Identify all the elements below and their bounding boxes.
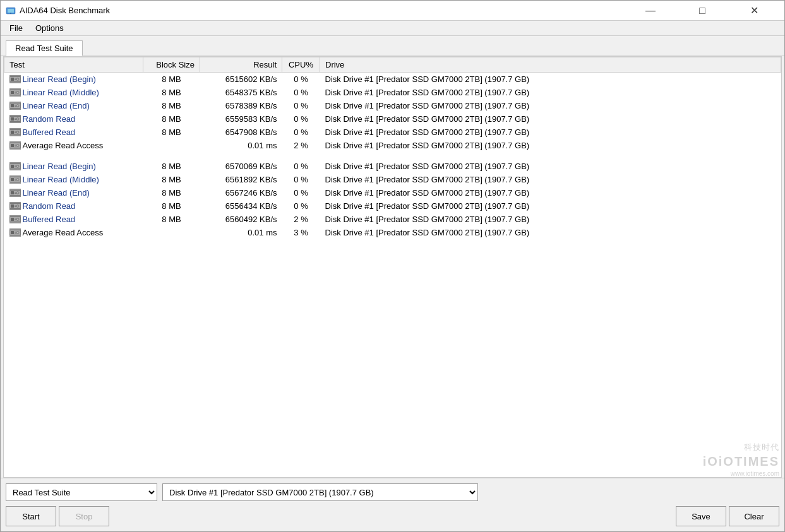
- svg-rect-26: [15, 105, 16, 106]
- cell-drive: Disk Drive #1 [Predator SSD GM7000 2TB] …: [320, 139, 781, 152]
- cell-cpu: 0 %: [282, 99, 320, 112]
- test-name-label: Average Read Access: [23, 228, 104, 237]
- minimize-button[interactable]: —: [625, 1, 676, 20]
- cell-drive: Disk Drive #1 [Predator SSD GM7000 2TB] …: [320, 73, 781, 86]
- cell-cpu: 2 %: [282, 213, 320, 226]
- clear-button[interactable]: Clear: [729, 506, 779, 526]
- cell-result: 0.01 ms: [200, 226, 282, 239]
- cell-blocksize: 8 MB: [143, 86, 200, 99]
- cell-blocksize: 8 MB: [143, 126, 200, 139]
- test-name-label[interactable]: Linear Read (Middle): [23, 175, 99, 184]
- svg-rect-46: [9, 128, 21, 129]
- test-name-label[interactable]: Linear Read (End): [23, 101, 90, 110]
- test-name-label[interactable]: Buffered Read: [23, 215, 76, 224]
- table-row: Linear Read (End)8 MB6578389 KB/s0 %Disk…: [4, 99, 781, 112]
- results-table: Test Block Size Result CPU% Drive Linear…: [4, 57, 781, 239]
- table-row: Buffered Read8 MB6560492 KB/s2 %Disk Dri…: [4, 213, 781, 226]
- cell-blocksize: 8 MB: [143, 73, 200, 86]
- cell-cpu: 0 %: [282, 199, 320, 213]
- test-name-label[interactable]: Linear Read (Begin): [23, 162, 96, 171]
- svg-rect-89: [15, 206, 16, 206]
- cell-test: Buffered Read: [4, 213, 143, 226]
- col-header-cpu: CPU%: [282, 57, 320, 73]
- svg-rect-36: [15, 119, 16, 120]
- test-name-label[interactable]: Linear Read (End): [23, 188, 90, 198]
- svg-rect-110: [9, 235, 21, 237]
- svg-rect-108: [15, 233, 16, 233]
- cell-blocksize: [143, 139, 200, 152]
- table-row: Random Read8 MB6559583 KB/s0 %Disk Drive…: [4, 112, 781, 126]
- svg-rect-9: [15, 80, 16, 80]
- cell-drive: Disk Drive #1 [Predator SSD GM7000 2TB] …: [320, 226, 781, 239]
- svg-rect-14: [11, 91, 14, 94]
- disk-icon: [9, 141, 21, 150]
- svg-rect-98: [15, 219, 16, 220]
- svg-rect-18: [15, 93, 16, 93]
- svg-rect-91: [9, 202, 21, 203]
- svg-rect-55: [9, 141, 21, 143]
- cell-cpu: 0 %: [282, 173, 320, 186]
- cell-cpu: 3 %: [282, 226, 320, 239]
- svg-rect-38: [9, 122, 21, 123]
- drive-select[interactable]: Disk Drive #1 [Predator SSD GM7000 2TB] …: [162, 483, 478, 501]
- cell-test: Random Read: [4, 199, 143, 213]
- tab-read-test-suite[interactable]: Read Test Suite: [6, 40, 83, 56]
- svg-rect-45: [15, 133, 16, 133]
- svg-rect-54: [15, 146, 16, 146]
- close-button[interactable]: ✕: [729, 1, 779, 20]
- cell-cpu: 0 %: [282, 126, 320, 139]
- app-icon: [6, 6, 16, 16]
- test-name-label[interactable]: Linear Read (Begin): [23, 74, 96, 84]
- svg-rect-1: [8, 9, 14, 13]
- maximize-button[interactable]: □: [677, 1, 728, 20]
- disk-icon: [9, 162, 21, 170]
- svg-rect-104: [11, 231, 14, 234]
- cell-result: 6578389 KB/s: [200, 99, 282, 112]
- svg-point-34: [17, 119, 18, 120]
- cell-blocksize: 8 MB: [143, 173, 200, 186]
- svg-rect-82: [9, 189, 21, 190]
- cell-drive: Disk Drive #1 [Predator SSD GM7000 2TB] …: [320, 199, 781, 213]
- menu-options[interactable]: Options: [29, 22, 70, 34]
- test-suite-select[interactable]: Read Test SuiteWrite Test SuiteCache & M…: [6, 483, 157, 501]
- cell-result: 6548375 KB/s: [200, 86, 282, 99]
- separator-row: [4, 152, 781, 160]
- disk-icon: [9, 128, 21, 136]
- svg-rect-59: [11, 165, 14, 168]
- test-name-label[interactable]: Random Read: [23, 201, 76, 211]
- svg-rect-72: [15, 180, 16, 180]
- cell-test: Linear Read (Begin): [4, 73, 143, 86]
- test-name-label[interactable]: Buffered Read: [23, 127, 76, 137]
- table-container[interactable]: Test Block Size Result CPU% Drive Linear…: [4, 57, 781, 477]
- save-button[interactable]: Save: [676, 506, 726, 526]
- svg-rect-68: [11, 178, 14, 181]
- menu-file[interactable]: File: [3, 22, 29, 34]
- test-name-label[interactable]: Random Read: [23, 114, 76, 124]
- svg-rect-62: [15, 166, 16, 167]
- cell-test: Linear Read (End): [4, 186, 143, 199]
- disk-icon: [9, 215, 21, 223]
- controls-row2: Start Stop Save Clear: [6, 506, 779, 526]
- svg-rect-28: [9, 102, 21, 103]
- cell-cpu: 2 %: [282, 139, 320, 152]
- start-button[interactable]: Start: [6, 506, 56, 526]
- svg-rect-32: [11, 117, 14, 121]
- svg-rect-11: [9, 82, 21, 83]
- cell-blocksize: 8 MB: [143, 213, 200, 226]
- cell-drive: Disk Drive #1 [Predator SSD GM7000 2TB] …: [320, 186, 781, 199]
- stop-button[interactable]: Stop: [59, 506, 109, 526]
- cell-test: Linear Read (End): [4, 99, 143, 112]
- cell-result: 6515602 KB/s: [200, 73, 282, 86]
- svg-rect-65: [9, 169, 21, 170]
- cell-test: Linear Read (Middle): [4, 86, 143, 99]
- cell-drive: Disk Drive #1 [Predator SSD GM7000 2TB] …: [320, 160, 781, 173]
- svg-rect-73: [9, 175, 21, 177]
- svg-rect-107: [15, 232, 16, 233]
- window-title: AIDA64 Disk Benchmark: [20, 6, 625, 15]
- svg-point-88: [17, 206, 18, 207]
- test-name-label[interactable]: Linear Read (Middle): [23, 88, 99, 97]
- svg-rect-56: [9, 148, 21, 150]
- cell-result: 6570069 KB/s: [200, 160, 282, 173]
- svg-rect-100: [9, 215, 21, 216]
- svg-rect-50: [11, 144, 14, 147]
